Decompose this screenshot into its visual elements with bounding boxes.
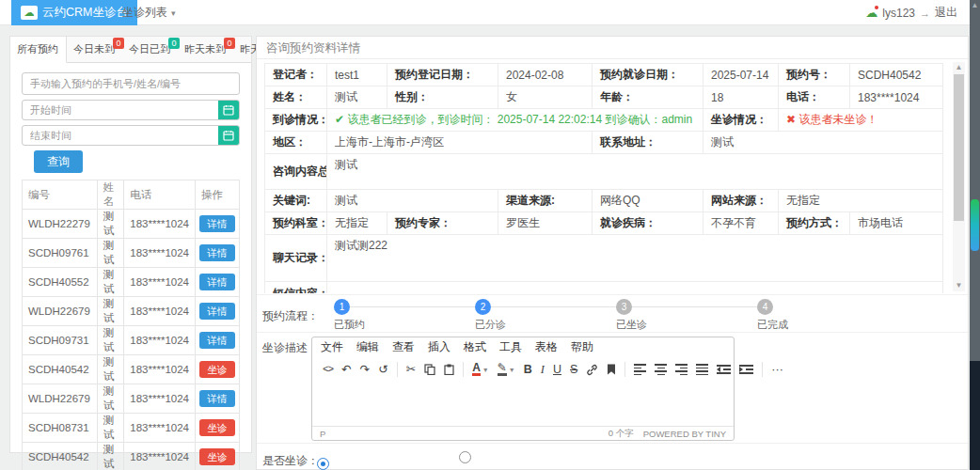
redo-icon[interactable]: ↷ [360, 364, 370, 376]
tab-yesterday-not-arrived[interactable]: 昨天未到0 [178, 37, 233, 62]
menu-tools[interactable]: 工具 [499, 339, 522, 355]
cell-id: SCDH40542 [23, 443, 98, 470]
appointment-detail-panel: 咨询预约资料详情 登记者： test1 预约登记日期： 2024-02-08 预… [256, 36, 969, 470]
cell-phone: 183****1024 [124, 210, 196, 239]
detail-row: 咨询内容总结： 测试 [265, 154, 943, 190]
detail-button[interactable]: 详情 [199, 303, 235, 320]
indent-icon[interactable] [739, 365, 753, 374]
highlight-color-icon[interactable]: ✎▼ [498, 363, 515, 376]
cell-phone: 183****1024 [124, 355, 196, 384]
scroll-down-icon[interactable]: ▼ [953, 280, 965, 291]
bold-icon[interactable]: B [524, 364, 532, 376]
tab-today-arrived[interactable]: 今日已到0 [122, 37, 178, 62]
tab-all-appointments[interactable]: 所有预约 [10, 37, 67, 63]
step-completed: 4 已完成 [757, 299, 823, 332]
italic-icon[interactable]: I [541, 364, 545, 376]
detail-button[interactable]: 详情 [199, 244, 235, 261]
end-time-input[interactable] [22, 125, 240, 146]
query-button[interactable]: 查询 [34, 150, 83, 173]
logout-button[interactable]: 退出 [935, 5, 957, 21]
visit-date-value: 2025-07-14 [703, 64, 779, 86]
age-label: 年龄： [593, 86, 703, 109]
detail-button[interactable]: 详情 [199, 215, 235, 232]
tab-today-not-arrived[interactable]: 今日未到0 [67, 37, 122, 62]
step-number: 2 [475, 299, 491, 315]
menu-edit[interactable]: 编辑 [356, 339, 379, 355]
reg-date-label: 预约登记日期： [387, 64, 498, 86]
text-color-icon[interactable]: A▼ [472, 363, 489, 376]
detail-button[interactable]: 详情 [199, 332, 235, 349]
align-left-icon[interactable] [634, 364, 646, 375]
cut-icon[interactable]: ✂ [406, 364, 416, 376]
top-navbar: ☁ 云约CRM坐诊台 坐诊列表 ▾ ☁ lys123 → 退出 [0, 0, 971, 25]
align-justify-icon[interactable] [696, 364, 708, 375]
detail-button[interactable]: 详情 [199, 390, 235, 407]
menu-insert[interactable]: 插入 [428, 339, 450, 355]
seat-button[interactable]: 坐诊 [199, 448, 235, 465]
align-center-icon[interactable] [655, 364, 667, 375]
window-scrollbar-thumb[interactable] [971, 199, 979, 251]
word-count[interactable]: 0 个字 [609, 428, 634, 440]
copy-icon[interactable] [424, 364, 435, 375]
window-scrollbar[interactable]: ▲ [970, 0, 980, 470]
scrollbar-thumb[interactable] [954, 74, 964, 221]
channel-label: 渠道来源: [498, 190, 593, 212]
step-booked: 1 已预约 [334, 299, 400, 332]
navbar-user-area: ☁ lys123 → 退出 [865, 0, 957, 25]
align-right-icon[interactable] [675, 364, 688, 375]
nav-menu-seat-list[interactable]: 坐诊列表 ▾ [115, 0, 183, 25]
cell-phone: 183****1024 [124, 443, 196, 470]
outdent-icon[interactable] [717, 365, 731, 374]
dept-label: 预约科室： [265, 212, 327, 235]
more-toolbar-icon[interactable]: ··· [771, 364, 783, 376]
link-icon[interactable] [586, 364, 598, 376]
detail-button[interactable]: 详情 [199, 274, 235, 290]
bookmark-icon[interactable] [607, 364, 616, 375]
step-label: 已完成 [757, 318, 823, 332]
detail-title: 咨询预约资料详情 [257, 37, 968, 59]
detail-row: 到诊情况： ✔ 该患者已经到诊，到诊时间： 2025-07-14 22:02:1… [265, 109, 943, 132]
source-code-icon[interactable]: <> [323, 365, 333, 375]
cell-id: SCDH09731 [23, 326, 98, 355]
table-header-row: 编号 姓名 电话 操作 [23, 180, 240, 210]
menu-view[interactable]: 查看 [392, 339, 415, 355]
editor-content-area[interactable] [312, 382, 734, 427]
seat-no-radio[interactable] [459, 451, 471, 463]
start-time-input[interactable] [22, 100, 240, 120]
paste-icon[interactable] [444, 364, 454, 375]
menu-file[interactable]: 文件 [321, 339, 343, 355]
restore-draft-icon[interactable]: ↺ [378, 364, 387, 376]
col-name: 姓名 [97, 180, 124, 210]
scroll-up-icon[interactable]: ▲ [953, 62, 965, 73]
underline-icon[interactable]: U [553, 364, 561, 376]
menu-help[interactable]: 帮助 [571, 339, 593, 355]
region-label: 地区： [265, 132, 327, 154]
cell-id: SCDH40542 [23, 355, 98, 384]
calendar-icon[interactable] [218, 126, 239, 145]
cell-name: 测试 [97, 210, 124, 239]
menu-format[interactable]: 格式 [464, 339, 486, 355]
keyword-value: 测试 [327, 190, 498, 212]
rich-text-editor: 文件 编辑 查看 插入 格式 工具 表格 帮助 <> ↶ ↷ ↺ ✂ [311, 337, 735, 441]
detail-table-scrollbar[interactable]: ▲ ▼ [953, 62, 965, 291]
nav-menu-label: 坐诊列表 [122, 5, 167, 21]
detail-row: 地区： 上海市-上海市-卢湾区 联系地址： 测试 [265, 132, 943, 154]
username[interactable]: lys123 [882, 7, 915, 20]
menu-table[interactable]: 表格 [535, 339, 558, 355]
seat-button[interactable]: 坐诊 [199, 361, 235, 378]
summary-value: 测试 [327, 154, 943, 190]
undo-icon[interactable]: ↶ [341, 364, 351, 376]
process-row: 预约流程： 1 已预约 2 已分诊 3 已坐诊 4 已完成 [257, 294, 968, 332]
seat-description-row: 坐诊描述： 文件 编辑 查看 插入 格式 工具 表格 帮助 <> ↶ ↷ ↺ [257, 332, 968, 443]
summary-label: 咨询内容总结： [265, 154, 327, 190]
sms-label: 短信内容： [265, 282, 327, 294]
calendar-icon[interactable] [218, 101, 239, 119]
strikethrough-icon[interactable]: S [570, 364, 577, 376]
step-label: 已坐诊 [616, 318, 682, 332]
cell-name: 测试 [97, 355, 124, 384]
search-input[interactable] [22, 72, 240, 95]
cell-name: 测试 [97, 297, 124, 326]
scrollbar-up-icon[interactable]: ▲ [970, 0, 980, 11]
seat-button[interactable]: 坐诊 [199, 419, 235, 436]
seat-yes-radio[interactable] [317, 458, 329, 470]
